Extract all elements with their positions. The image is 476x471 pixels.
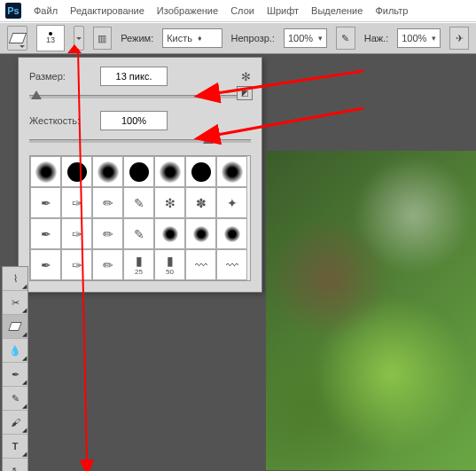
brush-presets-grid: ✒ ✑ ✏ ✎ ❇ ✽ ✦ ✒ ✑ ✏ ✎ ✒ ✑ ✏ ▮25 ▮50 〰 〰 [29,155,251,281]
menu-file[interactable]: Файл [34,5,58,16]
size-input[interactable] [100,67,168,86]
brush-size-number: 13 [46,35,55,44]
toolbox: ⌇◢ ✂◢ ◢ 💧◢ ✒◢ ✎◢ 🖌◢ T◢ ↖◢ [2,266,28,471]
opacity-input[interactable]: 100%▾ [284,28,327,48]
preset-tip[interactable]: ✏ [92,249,123,280]
menubar: Ps Файл Редактирование Изображение Слои … [0,0,476,22]
preset-tip[interactable]: ✒ [30,187,61,218]
brush-panel-toggle[interactable]: ▥ [93,27,113,50]
preset-tip[interactable]: ❇ [154,187,185,218]
new-preset-icon[interactable]: ◩ [237,86,253,100]
gear-icon[interactable]: ✻ [241,70,251,83]
menu-layers[interactable]: Слои [230,5,254,16]
tool-brush[interactable]: 🖌◢ [3,411,27,435]
document-canvas[interactable] [266,151,476,470]
hardness-slider[interactable] [29,134,251,146]
preset-hard-round-3[interactable] [185,156,216,187]
flow-label: Наж.: [364,33,389,43]
preset-tip[interactable]: 〰 [185,249,216,280]
preset-tip[interactable]: ✦ [216,187,247,218]
preset-tip[interactable]: ✑ [61,187,92,218]
preset-tip[interactable] [154,218,185,249]
preset-tip[interactable]: ✏ [92,187,123,218]
preset-tip-50[interactable]: ▮50 [154,249,185,280]
pressure-opacity-button[interactable]: ✎ [336,27,355,50]
preset-tip[interactable]: ✏ [92,218,123,249]
preset-hard-round[interactable] [61,156,92,187]
preset-tip[interactable]: 〰 [216,249,247,280]
mode-select[interactable]: Кисть♦ [162,28,222,48]
current-tool-eraser[interactable] [7,26,27,51]
preset-tip[interactable] [185,218,216,249]
menu-font[interactable]: Шрифт [267,5,299,16]
hardness-label: Жесткость: [29,115,100,126]
brush-preset-picker[interactable]: 13 [36,25,64,51]
brush-dropdown-button[interactable] [74,26,84,51]
tool-path[interactable]: ↖◢ [3,459,27,471]
flow-input[interactable]: 100%▾ [397,28,441,48]
size-label: Размер: [29,71,100,82]
preset-tip[interactable]: ✎ [123,218,154,249]
menu-select[interactable]: Выделение [311,5,363,16]
tool-pen[interactable]: ✒◢ [3,363,27,387]
hardness-input[interactable] [100,111,168,130]
options-bar: 13 ▥ Режим: Кисть♦ Непрозр.: 100%▾ ✎ Наж… [0,22,476,54]
preset-soft-round[interactable] [30,156,61,187]
preset-tip[interactable]: ✑ [61,218,92,249]
tool-crop[interactable]: ✂◢ [3,291,27,315]
preset-tip[interactable]: ✒ [30,249,61,280]
tool-eraser[interactable]: ◢ [3,315,27,339]
preset-soft-round-3[interactable] [154,156,185,187]
app-logo: Ps [5,3,21,19]
preset-tip[interactable]: ✑ [61,249,92,280]
tool-type[interactable]: T◢ [3,435,27,459]
preset-tip[interactable]: ✽ [185,187,216,218]
preset-soft-round-4[interactable] [216,156,247,187]
preset-tip-25[interactable]: ▮25 [123,249,154,280]
preset-tip[interactable]: ✎ [123,187,154,218]
preset-tip[interactable] [216,218,247,249]
mode-label: Режим: [121,33,153,43]
menu-edit[interactable]: Редактирование [70,5,144,16]
airbrush-button[interactable]: ✈ [449,27,469,50]
menu-image[interactable]: Изображение [157,5,218,16]
size-slider[interactable]: ◩ [29,90,251,102]
brush-settings-panel: Размер: ✻ ◩ Жесткость: ✒ ✑ ✏ ✎ ❇ ✽ ✦ [18,57,262,293]
tool-lasso[interactable]: ⌇◢ [3,267,27,291]
preset-soft-round-2[interactable] [92,156,123,187]
tool-blur[interactable]: 💧◢ [3,339,27,363]
preset-tip[interactable]: ✒ [30,218,61,249]
menu-filter[interactable]: Фильтр [375,5,408,16]
opacity-label: Непрозр.: [231,33,275,43]
tool-eyedropper[interactable]: ✎◢ [3,387,27,411]
preset-hard-round-2[interactable] [123,156,154,187]
